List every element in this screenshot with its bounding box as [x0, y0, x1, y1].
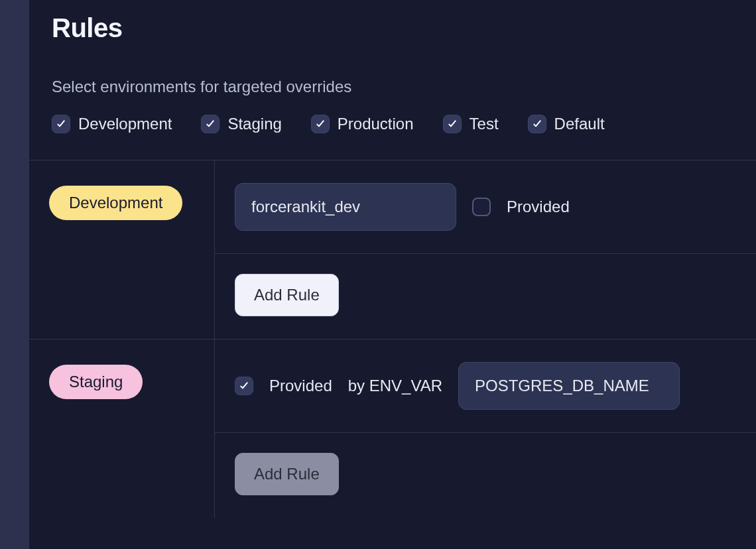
rule-row-staging: Staging Provided by ENV_VAR Add Rule — [29, 339, 756, 518]
staging-add-rule-button[interactable]: Add Rule — [235, 453, 339, 495]
env-pill-staging: Staging — [49, 365, 143, 399]
sidebar-stripe — [0, 0, 29, 549]
env-checkbox-label: Staging — [227, 115, 281, 133]
env-checkbox-development[interactable]: Development — [52, 115, 172, 133]
checkbox-icon — [52, 115, 70, 133]
env-pill-development: Development — [49, 186, 182, 220]
page: Rules Select environments for targeted o… — [29, 0, 756, 549]
checkbox-icon — [201, 115, 220, 133]
rule-row-left: Development — [29, 160, 215, 339]
env-checkbox-row: Development Staging Production Test — [52, 115, 733, 133]
staging-envvar-input[interactable] — [458, 362, 680, 410]
rule-row-development: Development Provided Add Rule — [29, 160, 756, 339]
env-checkbox-label: Production — [338, 115, 414, 133]
rule-row-right: Provided Add Rule — [215, 160, 756, 339]
rules-header: Rules Select environments for targeted o… — [29, 0, 756, 160]
staging-provided-checkbox[interactable] — [235, 377, 253, 395]
env-checkbox-staging[interactable]: Staging — [201, 115, 281, 133]
rule-value-cell: Provided — [215, 160, 756, 254]
checkbox-icon — [528, 115, 546, 133]
development-provided-label: Provided — [507, 198, 570, 216]
rule-value-cell: Provided by ENV_VAR — [215, 339, 756, 433]
development-provided-checkbox[interactable] — [472, 198, 491, 216]
checkbox-icon — [443, 115, 462, 133]
checkbox-icon — [311, 115, 330, 133]
env-checkbox-label: Test — [470, 115, 499, 133]
add-rule-cell: Add Rule — [215, 433, 756, 518]
development-value-input[interactable] — [235, 183, 456, 231]
env-checkbox-production[interactable]: Production — [311, 115, 414, 133]
development-add-rule-button[interactable]: Add Rule — [235, 274, 339, 316]
rule-row-right: Provided by ENV_VAR Add Rule — [215, 339, 756, 518]
staging-by-label: by ENV_VAR — [348, 377, 442, 395]
select-environments-label: Select environments for targeted overrid… — [52, 78, 733, 96]
env-checkbox-label: Development — [78, 115, 172, 133]
rule-row-left: Staging — [29, 339, 215, 518]
env-checkbox-label: Default — [554, 115, 605, 133]
env-checkbox-test[interactable]: Test — [443, 115, 499, 133]
staging-provided-label: Provided — [269, 377, 332, 395]
rules-title: Rules — [52, 13, 733, 43]
add-rule-cell: Add Rule — [215, 254, 756, 339]
env-checkbox-default[interactable]: Default — [528, 115, 605, 133]
